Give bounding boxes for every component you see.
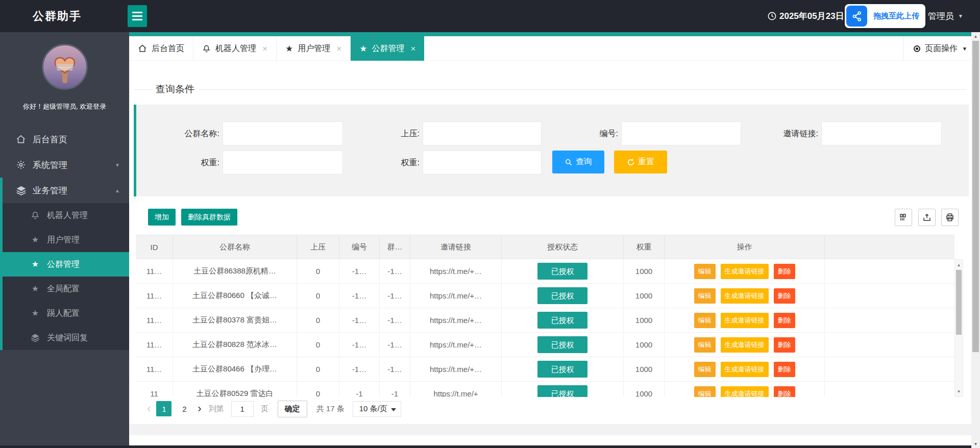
weight-input-1[interactable] xyxy=(223,151,343,175)
upload-overlay-label: 拖拽至此上传 xyxy=(867,11,925,21)
next-page-button[interactable]: › xyxy=(194,403,204,414)
group-name-cell: 土豆公群80466 【办理… xyxy=(173,357,297,381)
sidebar-item-kick-config[interactable]: ★ 踢人配置 xyxy=(3,301,129,326)
id-cell: 11 xyxy=(136,382,173,397)
tab-user-management[interactable]: ★ 用户管理 × xyxy=(277,36,351,61)
query-form: 公群名称: 上压: 编号: 邀请链接: 权重: 权重: 查询 重置 xyxy=(134,105,969,196)
generate-invite-button[interactable]: 生成邀请链接 xyxy=(721,264,769,279)
auth-status-cell: 已授权 xyxy=(502,333,624,357)
scrollbar-thumb[interactable] xyxy=(972,41,979,352)
table-header-row: ID公群名称上压编号群…邀请链接授权状态权重操作 xyxy=(136,235,954,259)
shangya-cell: 0 xyxy=(297,382,339,397)
sidebar-item-label: 业务管理 xyxy=(33,185,67,196)
authorized-badge: 已授权 xyxy=(537,361,587,378)
scroll-down-icon[interactable]: ▼ xyxy=(971,440,980,448)
sidebar-item-user-management[interactable]: ★ 用户管理 xyxy=(3,228,129,252)
close-icon[interactable]: × xyxy=(410,44,415,53)
sidebar-item-label: 踢人配置 xyxy=(47,308,80,319)
generate-invite-button[interactable]: 生成邀请链接 xyxy=(721,386,769,397)
tab-home[interactable]: 后台首页 xyxy=(129,36,193,61)
sidebar-item-keyword-reply[interactable]: 关键词回复 xyxy=(3,326,129,350)
tab-group-management[interactable]: ★ 公群管理 × xyxy=(351,36,424,61)
edit-button[interactable]: 编辑 xyxy=(694,264,716,279)
window-bottom-edge xyxy=(0,445,971,448)
col-header-shangya: 上压 xyxy=(297,235,339,259)
page-actions-label: 页面操作 xyxy=(925,43,958,54)
layers-icon xyxy=(15,185,27,196)
user-menu[interactable]: 管理员 ▼ xyxy=(928,0,963,32)
goto-page-input[interactable] xyxy=(231,401,254,417)
scroll-up-icon[interactable]: ▲ xyxy=(955,261,963,269)
group-id-cell: -1… xyxy=(380,284,410,308)
sidebar-item-label: 关键词回复 xyxy=(47,333,88,343)
delete-button[interactable]: 删除 xyxy=(774,264,795,279)
edit-button[interactable]: 编辑 xyxy=(694,386,716,397)
page-scrollbar[interactable]: ▲ ▼ xyxy=(971,32,980,448)
add-button[interactable]: 增加 xyxy=(148,209,176,226)
authorized-badge: 已授权 xyxy=(537,336,587,353)
generate-invite-button[interactable]: 生成邀请链接 xyxy=(721,362,769,377)
star-icon: ★ xyxy=(30,259,41,270)
weight-cell: 1000 xyxy=(624,308,665,332)
edit-button[interactable]: 编辑 xyxy=(694,337,716,353)
shangya-input[interactable] xyxy=(423,121,542,145)
col-header-group-id: 群… xyxy=(380,235,410,259)
print-button[interactable] xyxy=(941,209,959,226)
sidebar-item-robot-management[interactable]: 机器人管理 xyxy=(3,203,129,228)
group-name-cell: 土豆公群80660 【众诚… xyxy=(173,284,297,308)
date-text: 2025年05月23日 xyxy=(779,10,844,22)
hamburger-menu-button[interactable] xyxy=(128,5,147,27)
generate-invite-button[interactable]: 生成邀请链接 xyxy=(721,313,769,328)
page-size-select[interactable]: 10 条/页 xyxy=(353,401,401,417)
number-input[interactable] xyxy=(621,121,741,145)
sidebar-item-business[interactable]: 业务管理 ▲ xyxy=(3,178,129,203)
page-1-button[interactable]: 1 xyxy=(156,401,172,416)
shangya-cell: 0 xyxy=(297,357,339,381)
delete-button[interactable]: 删除 xyxy=(774,337,795,353)
sidebar-item-label: 后台首页 xyxy=(33,134,67,145)
scroll-up-icon[interactable]: ▲ xyxy=(971,32,980,40)
delete-button[interactable]: 删除 xyxy=(774,362,795,377)
group-name-input[interactable] xyxy=(223,121,343,145)
chevron-down-icon: ▼ xyxy=(958,13,963,19)
close-icon[interactable]: × xyxy=(336,44,341,53)
edit-button[interactable]: 编辑 xyxy=(694,362,716,377)
star-icon: ★ xyxy=(30,283,41,294)
star-icon: ★ xyxy=(359,44,367,53)
edit-button[interactable]: 编辑 xyxy=(694,288,716,304)
shangya-cell: 0 xyxy=(297,308,339,332)
page-2-button[interactable]: 2 xyxy=(177,401,192,416)
delete-button[interactable]: 删除 xyxy=(774,313,795,328)
avatar[interactable] xyxy=(42,44,88,90)
sidebar-item-global-config[interactable]: ★ 全局配置 xyxy=(3,277,129,301)
confirm-page-button[interactable]: 确定 xyxy=(278,401,307,417)
sidebar-item-system[interactable]: 系统管理 ▼ xyxy=(0,152,129,178)
table-row: 11…土豆公群80828 范冰冰…0-1…-1…https://t.me/+…已… xyxy=(136,333,954,357)
group-id-cell: -1… xyxy=(380,308,410,332)
delete-button[interactable]: 删除 xyxy=(774,288,795,304)
close-icon[interactable]: × xyxy=(262,44,267,53)
sidebar-item-home[interactable]: 后台首页 xyxy=(0,127,129,152)
export-button[interactable] xyxy=(918,209,936,226)
delete-button[interactable]: 删除 xyxy=(774,386,795,397)
invite-link-input[interactable] xyxy=(821,121,942,145)
sidebar-item-group-management[interactable]: ★ 公群管理 xyxy=(3,252,129,277)
tab-robot-management[interactable]: 机器人管理 × xyxy=(193,36,277,61)
toggle-columns-button[interactable] xyxy=(895,209,912,226)
generate-invite-button[interactable]: 生成邀请链接 xyxy=(721,337,769,353)
search-button[interactable]: 查询 xyxy=(552,151,604,173)
delete-real-groups-button[interactable]: 删除真群数据 xyxy=(181,209,237,226)
reset-button[interactable]: 重置 xyxy=(614,151,667,173)
shangya-cell: 0 xyxy=(297,333,339,357)
sidebar-item-label: 公群管理 xyxy=(47,259,80,270)
weight-input-2[interactable] xyxy=(423,151,542,175)
prev-page-button[interactable]: ‹ xyxy=(144,403,154,414)
page-actions-dropdown[interactable]: 页面操作 ▼ xyxy=(903,36,967,61)
scrollbar-thumb[interactable] xyxy=(956,270,962,335)
table-scrollbar[interactable]: ▲ ▼ xyxy=(954,259,963,397)
spacer-cell xyxy=(825,357,954,381)
scroll-down-icon[interactable]: ▼ xyxy=(955,387,963,395)
upload-drop-overlay[interactable]: 拖拽至此上传 xyxy=(845,4,925,28)
generate-invite-button[interactable]: 生成邀请链接 xyxy=(721,288,769,304)
edit-button[interactable]: 编辑 xyxy=(694,313,716,328)
